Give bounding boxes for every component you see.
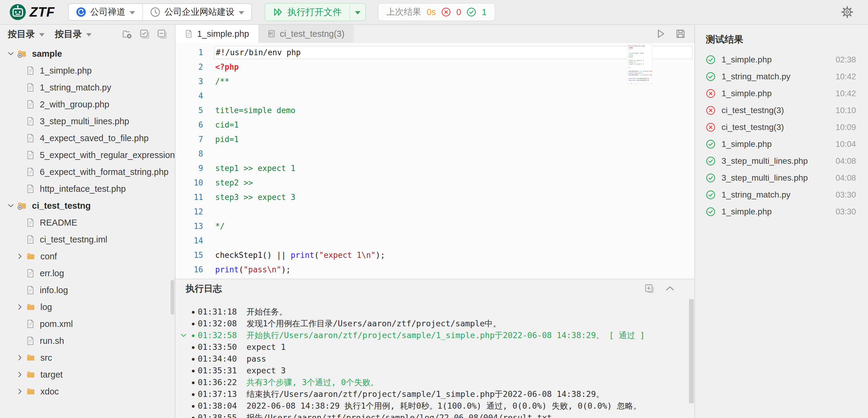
code-line-11[interactable]: 11step3 >> expect 3 xyxy=(176,190,694,205)
file-icon xyxy=(26,286,35,295)
code-editor[interactable]: 1#!/usr/bin/env php2<?php3/**45title=sim… xyxy=(176,43,694,279)
tree-item-target[interactable]: target xyxy=(0,366,175,383)
result-item[interactable]: ci_test_testng(3)10:09 xyxy=(695,119,868,136)
result-time: 03:30 xyxy=(835,190,856,200)
code-line-12[interactable]: 12 xyxy=(176,205,694,219)
tree-item-http_inteface_test.php[interactable]: http_inteface_test.php xyxy=(0,180,175,197)
fail-circle-icon xyxy=(706,122,715,132)
collapse-log-panel-icon[interactable] xyxy=(665,283,675,294)
zentao-site-dropdown[interactable]: 公司禅道 xyxy=(69,4,142,20)
log-entry[interactable]: ●01:32:58开始执行/Users/aaron/ztf/project/sa… xyxy=(179,329,694,341)
sidebar-scrollbar[interactable] xyxy=(170,280,174,315)
result-item[interactable]: 1_simple.php03:30 xyxy=(695,203,868,220)
log-timestamp: 01:32:58 xyxy=(198,331,237,340)
code-line-7[interactable]: 7pid=1 xyxy=(176,132,694,147)
code-line-9[interactable]: 9step1 >> expect 1 xyxy=(176,161,694,176)
tab-1-simple-php[interactable]: 1_simple.php xyxy=(176,25,258,43)
code-line-16[interactable]: 16print("pass\n"); xyxy=(176,262,694,277)
add-workspace-icon[interactable] xyxy=(122,29,133,39)
result-item[interactable]: 1_string_match.py10:42 xyxy=(695,68,868,85)
tree-item-README[interactable]: README xyxy=(0,214,175,231)
run-file-icon[interactable] xyxy=(655,28,666,39)
open-log-window-icon[interactable] xyxy=(644,283,655,294)
code-text: #!/usr/bin/env php xyxy=(214,46,692,59)
last-result-summary: 上次结果 0s 0 1 xyxy=(378,3,495,21)
code-line-8[interactable]: 8 xyxy=(176,147,694,161)
tree-item-pom.xml[interactable]: pom.xml xyxy=(0,316,175,332)
save-file-icon[interactable] xyxy=(675,28,686,39)
tree-item-2_with_group.php[interactable]: 2_with_group.php xyxy=(0,96,175,113)
line-number: 10 xyxy=(176,178,214,187)
code-line-5[interactable]: 5title=simple demo xyxy=(176,103,694,118)
pass-circle-icon xyxy=(706,139,715,149)
tree-item-log[interactable]: log xyxy=(0,299,175,316)
batch-select-icon[interactable] xyxy=(139,29,150,39)
result-item[interactable]: 1_simple.php10:42 xyxy=(695,85,868,102)
log-message: 报告/Users/aaron/ztf/project/sample/log/22… xyxy=(247,412,560,418)
tree-item-run.sh[interactable]: run.sh xyxy=(0,332,175,349)
code-line-6[interactable]: 6cid=1 xyxy=(176,118,694,132)
code-line-2[interactable]: 2<?php xyxy=(176,60,694,74)
tree-item-3_step_multi_lines.php[interactable]: 3_step_multi_lines.php xyxy=(0,113,175,130)
file-icon xyxy=(26,150,35,159)
tree-filter-secondary[interactable]: 按目录 xyxy=(55,28,92,40)
tree-filter-primary[interactable]: 按目录 xyxy=(8,28,44,40)
execute-open-file-button[interactable]: 执行打开文件 xyxy=(265,4,350,21)
chevron-down-icon xyxy=(5,50,17,58)
tree-item-label: 4_expect_saved_to_file.php xyxy=(40,133,149,143)
tree-item-ci_test_testng[interactable]: ci_test_testng xyxy=(0,197,175,214)
code-text: step1 >> expect 1 xyxy=(214,162,694,175)
tree-item-info.log[interactable]: info.log xyxy=(0,282,175,299)
app-title: ZTF xyxy=(30,4,55,20)
result-item[interactable]: 1_string_match.py03:30 xyxy=(695,186,868,203)
line-number: 6 xyxy=(176,120,214,129)
log-message: 发现1个用例在工作目录/Users/aaron/ztf/project/samp… xyxy=(247,318,501,329)
code-line-3[interactable]: 3/** xyxy=(176,74,694,89)
log-expand-chevron-icon[interactable] xyxy=(179,331,189,339)
code-line-14[interactable]: 14 xyxy=(176,233,694,248)
tree-item-xdoc[interactable]: xdoc xyxy=(0,383,175,400)
tab-ci-test-testng[interactable]: ci_test_testng(3) xyxy=(258,25,353,43)
tree-item-1_string_match.py[interactable]: 1_string_match.py xyxy=(0,79,175,96)
execute-dropdown-button[interactable] xyxy=(350,4,365,21)
code-line-15[interactable]: 15checkStep1() || print("expect 1\n"); xyxy=(176,248,694,262)
result-item[interactable]: 3_step_multi_lines.php04:08 xyxy=(695,153,868,170)
log-bullet: ● xyxy=(189,309,198,315)
result-item[interactable]: 1_simple.php02:38 xyxy=(695,51,868,68)
product-dropdown[interactable]: 公司企业网站建设 xyxy=(142,4,251,20)
result-time: 04:08 xyxy=(835,173,856,183)
result-name: ci_test_testng(3) xyxy=(721,122,784,132)
log-entries: ●01:31:18开始任务。●01:32:08发现1个用例在工作目录/Users… xyxy=(176,298,694,418)
tree-item-5_expect_with_regular_expression.php[interactable]: 5_expect_with_regular_expression.php xyxy=(0,147,175,163)
code-line-1[interactable]: 1#!/usr/bin/env php xyxy=(176,45,694,60)
code-line-4[interactable]: 4 xyxy=(176,89,694,103)
result-item[interactable]: 3_step_multi_lines.php04:08 xyxy=(695,170,868,186)
tree-item-1_simple.php[interactable]: 1_simple.php xyxy=(0,62,175,79)
collapse-all-icon[interactable] xyxy=(157,29,167,39)
tree-item-ci_test_testng.iml[interactable]: ci_test_testng.iml xyxy=(0,231,175,248)
result-time: 10:42 xyxy=(835,72,856,82)
result-name: 1_string_match.py xyxy=(721,72,790,82)
minimap[interactable]: #!/usr/bin/env php <?php /** title=simpl… xyxy=(627,44,652,84)
log-bullet: ● xyxy=(189,345,198,350)
tree-item-label: src xyxy=(40,353,52,363)
result-time: 03:30 xyxy=(835,207,856,216)
tree-item-6_expect_with_format_string.php[interactable]: 6_expect_with_format_string.php xyxy=(0,163,175,180)
pass-circle-icon xyxy=(706,207,715,216)
log-scrollbar[interactable] xyxy=(689,299,694,403)
product-label: 公司企业网站建设 xyxy=(164,6,235,18)
tree-item-err.log[interactable]: err.log xyxy=(0,265,175,282)
tree-item-sample[interactable]: sample xyxy=(0,45,175,62)
file-icon xyxy=(26,66,35,75)
log-entry: ●01:34:40pass xyxy=(179,353,694,365)
file-icon xyxy=(26,218,35,227)
settings-gear-icon[interactable] xyxy=(841,6,854,19)
result-item[interactable]: 1_simple.php10:04 xyxy=(695,136,868,153)
result-item[interactable]: ci_test_testng(3)10:10 xyxy=(695,102,868,119)
tree-item-conf[interactable]: conf xyxy=(0,248,175,265)
code-line-10[interactable]: 10step2 >> xyxy=(176,176,694,190)
tree-item-4_expect_saved_to_file.php[interactable]: 4_expect_saved_to_file.php xyxy=(0,130,175,147)
code-line-13[interactable]: 13*/ xyxy=(176,219,694,233)
file-icon xyxy=(26,168,35,176)
tree-item-src[interactable]: src xyxy=(0,349,175,366)
